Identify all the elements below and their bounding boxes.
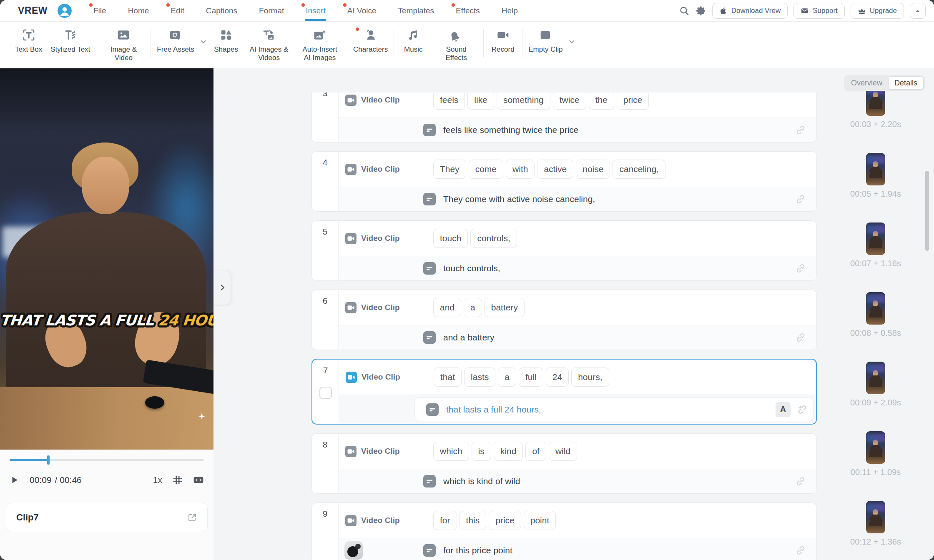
toolbar-item-music[interactable]: Music [396,28,431,54]
chevron-down-icon[interactable] [199,38,208,46]
playback-speed-button[interactable]: 1x [153,475,162,485]
rail-item[interactable]: 00:07 + 1.16s [834,201,917,271]
search-icon[interactable] [679,5,690,16]
toolbar-item-record[interactable]: Record [485,28,520,54]
play-button[interactable] [10,475,20,485]
caption-text[interactable]: that lasts a full 24 hours, [446,405,541,415]
external-link-icon[interactable] [187,512,197,522]
word-chip[interactable]: this [459,511,487,530]
clip-image-thumbnail[interactable] [344,541,363,560]
support-button[interactable]: Support [793,3,845,19]
word-chip[interactable]: active [537,160,573,179]
word-chip[interactable]: the [589,92,614,110]
toolbar-item-sound-effects[interactable]: Sound Effects [431,28,482,62]
link-icon[interactable] [795,545,806,556]
tab-overview[interactable]: Overview [845,76,888,90]
menu-item-format[interactable]: Format [259,6,284,15]
word-chip[interactable]: is [472,442,491,461]
toolbar-item-shapes[interactable]: Shapes [208,28,244,54]
caption-text[interactable]: which is kind of wild [443,476,520,486]
clip-thumbnail[interactable] [866,362,885,394]
word-chip[interactable]: 24 [546,368,569,387]
word-chip[interactable]: like [467,92,494,110]
word-chip[interactable]: feels [433,92,465,110]
word-chip[interactable]: kind [494,442,523,461]
link-icon[interactable] [795,332,806,343]
rail-item[interactable]: 00:12 + 1.36s [834,480,917,549]
toolbar-item-characters[interactable]: Characters [349,28,392,54]
menu-item-home[interactable]: Home [128,6,149,15]
clip-card-6[interactable]: 6 Video Clip andabattery and a battery [311,290,817,350]
rail-item[interactable]: 00:03 + 2.20s [834,62,917,132]
unlink-icon[interactable] [796,404,808,415]
word-chip[interactable]: hours, [571,368,609,387]
link-icon[interactable] [795,262,806,274]
scrollbar-thumb[interactable] [925,171,929,251]
chevron-down-icon[interactable] [567,38,576,46]
menu-item-ai-voice[interactable]: AI Voice [347,6,377,15]
tab-details[interactable]: Details [888,76,924,90]
clip-thumbnail[interactable] [866,501,885,533]
toolbar-item-image-video[interactable]: Image & Video [98,28,149,62]
clip-card-9[interactable]: 9 Video Clip forthispricepoint for this … [311,502,817,560]
grid-icon[interactable] [172,475,183,485]
link-icon[interactable] [795,193,806,205]
word-chip[interactable]: lasts [464,368,495,387]
rail-item[interactable]: 00:05 + 1.94s [834,132,917,201]
word-chip[interactable]: come [469,160,503,179]
toolbar-item-ai-images-videos[interactable]: AI Images & Videos [244,28,294,62]
caption-text[interactable]: and a battery [443,332,495,342]
aspect-ratio-icon[interactable] [193,475,204,485]
link-icon[interactable] [795,124,806,136]
word-chip[interactable]: canceling, [613,160,665,179]
word-chip[interactable]: with [506,160,535,179]
word-chip[interactable]: twice [553,92,586,110]
view-toggle[interactable]: Overview Details [844,75,925,91]
word-chip[interactable]: a [498,368,516,387]
playback-progress-handle[interactable] [47,455,50,465]
word-chip[interactable]: noise [576,160,610,179]
panel-expand-handle[interactable] [213,270,231,305]
word-chip[interactable]: for [433,511,457,530]
menu-item-effects[interactable]: Effects [456,6,480,15]
video-preview[interactable]: THAT LASTS A FULL 24 HOURS, [0,68,213,450]
collapse-toolbar-button[interactable] [910,3,926,19]
toolbar-item-auto-insert-ai-images[interactable]: Auto-Insert AI Images [294,28,345,62]
clip-card-8[interactable]: 8 Video Clip whichiskindofwild which is … [311,433,817,494]
clip-thumbnail[interactable] [866,153,885,185]
caption-style-button[interactable]: A [776,402,791,417]
clip-name-card[interactable]: Clip7 [6,503,208,532]
gear-icon[interactable] [695,5,706,16]
word-chip[interactable]: price [489,511,521,530]
clip-card-7[interactable]: 7 Video Clip thatlastsafull24hours, that… [311,359,817,425]
clip-card-3[interactable]: 3 Video Clip feelslikesomethingtwicethep… [311,92,817,142]
word-chip[interactable]: and [433,298,461,317]
clip-thumbnail[interactable] [866,292,885,325]
toolbar-item-empty-clip[interactable]: Empty Clip [524,28,567,54]
menu-item-captions[interactable]: Captions [206,6,237,15]
clip-thumbnail[interactable] [866,431,885,464]
menu-item-help[interactable]: Help [502,6,518,15]
clip-card-4[interactable]: 4 Video Clip Theycomewithactivenoisecanc… [311,151,817,212]
rail-item[interactable]: 00:11 + 1.09s [834,410,917,480]
word-chip[interactable]: point [524,511,556,530]
clip-card-5[interactable]: 5 Video Clip touchcontrols, touch contro… [311,220,817,281]
word-chip[interactable]: of [525,442,546,461]
rail-item[interactable]: 00:09 + 2.09s [834,340,917,410]
menu-item-insert[interactable]: Insert [306,6,326,15]
word-chip[interactable]: full [519,368,543,387]
caption-text[interactable]: feels like something twice the price [443,125,579,135]
word-chip[interactable]: battery [485,298,525,317]
caption-input-box[interactable]: that lasts a full 24 hours, A [414,398,813,421]
toolbar-item-free-assets[interactable]: Free Assets [153,28,198,54]
toolbar-item-text-box[interactable]: Text Box [11,28,46,54]
download-vrew-button[interactable]: Download Vrew [712,3,788,19]
caption-text[interactable]: They come with active noise canceling, [443,194,595,204]
upgrade-button[interactable]: Upgrade [851,3,904,19]
caption-text[interactable]: touch controls, [443,263,500,273]
user-avatar[interactable] [58,4,72,18]
word-chip[interactable]: which [433,442,469,461]
word-chip[interactable]: price [617,92,649,110]
word-chip[interactable]: controls, [470,229,517,248]
word-chip[interactable]: They [433,160,466,179]
